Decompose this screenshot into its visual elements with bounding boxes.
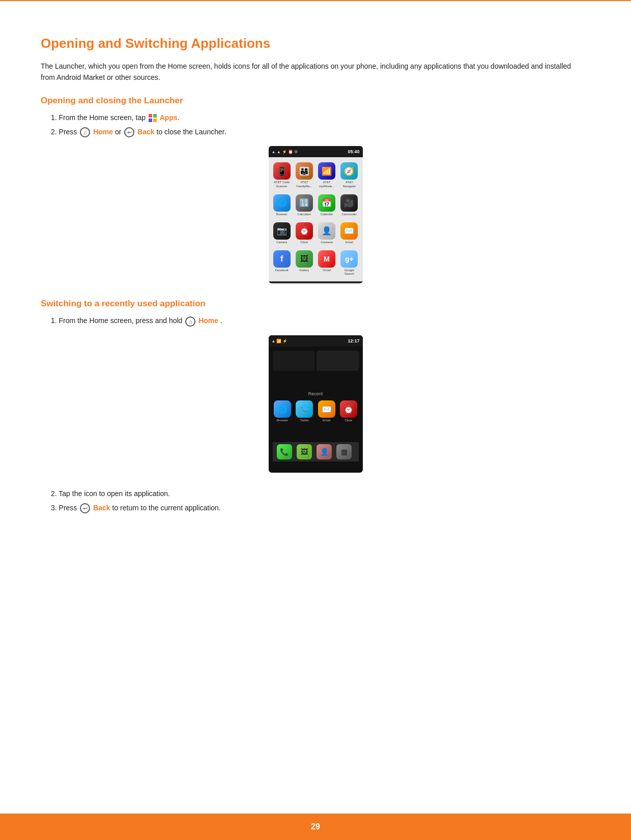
back-button-icon-2 bbox=[80, 503, 90, 513]
app-camera: 📷 Camera bbox=[272, 220, 292, 246]
dock-contacts-icon: 👤 bbox=[317, 444, 332, 459]
recent-email-icon: ✉️ bbox=[318, 400, 335, 418]
app-clock: ⏰ Clock bbox=[294, 220, 314, 246]
back-button-icon bbox=[124, 127, 134, 137]
contacts-icon: 👤 bbox=[318, 222, 335, 240]
section2-title: Switching to a recently used application bbox=[41, 299, 590, 309]
browser-icon: 🌐 bbox=[273, 194, 291, 212]
footer: 29 bbox=[0, 814, 631, 840]
page-number: 29 bbox=[311, 822, 320, 831]
app-browser: 🌐 Browser bbox=[272, 192, 292, 218]
app-calendar: 📅 Calendar bbox=[317, 192, 337, 218]
screenshot-2-container: ▲ 📶 ⚡ 12:17 Recent bbox=[41, 335, 590, 473]
bottom-dock: 📞 🖼 👤 ▦ bbox=[273, 442, 359, 461]
step-2-3: 3. Press Back to return to the current a… bbox=[51, 502, 590, 514]
app-launcher-grid: 📱 AT&T CodeScanner 👨‍👩‍👧 AT&TFamilyMa...… bbox=[269, 157, 363, 281]
top-divider bbox=[0, 0, 631, 1]
app-att-family: 👨‍👩‍👧 AT&TFamilyMa... bbox=[294, 160, 314, 190]
recent-browser: 🌐 Browser bbox=[273, 400, 293, 422]
att-code-icon: 📱 bbox=[273, 162, 291, 180]
att-family-icon: 👨‍👩‍👧 bbox=[296, 162, 313, 180]
camera-icon: 📷 bbox=[273, 222, 291, 240]
statusbar-time-1: 05:40 bbox=[348, 149, 359, 154]
app-att-my: 📶 AT&TmyWirele... bbox=[317, 160, 337, 190]
calendar-icon: 📅 bbox=[318, 194, 335, 212]
dock-gallery-icon: 🖼 bbox=[297, 444, 312, 459]
camcorder-icon: 🎥 bbox=[340, 194, 358, 212]
recent-apps-screen: Recent 🌐 Browser 🐦 bbox=[269, 346, 363, 466]
page-title: Opening and Switching Applications bbox=[41, 36, 590, 51]
email-icon: ✉️ bbox=[340, 222, 358, 240]
recent-label: Recent bbox=[273, 391, 359, 396]
att-nav-icon: 🧭 bbox=[340, 162, 358, 180]
dock-phone-icon: 📞 bbox=[277, 444, 292, 459]
app-google: g+ GoogleSearch bbox=[339, 248, 359, 278]
section1-title: Opening and closing the Launcher bbox=[41, 96, 590, 106]
statusbar-left-icons: ▲ ▲ ⚡ ⏰ ⚙ bbox=[272, 150, 298, 154]
gallery-icon: 🖼 bbox=[296, 250, 313, 268]
google-icon: g+ bbox=[340, 250, 358, 268]
app-facebook: f Facebook bbox=[272, 248, 292, 278]
dock-apps-icon: ▦ bbox=[336, 444, 352, 459]
recent-email: ✉️ Email bbox=[317, 400, 336, 422]
screenshot-1-container: ▲ ▲ ⚡ ⏰ ⚙ 05:40 📱 AT&T CodeScanner bbox=[41, 146, 590, 283]
step-2-2: 2. Tap the icon to open its application. bbox=[51, 488, 590, 500]
calculator-icon: 🔢 bbox=[296, 194, 313, 212]
recent-twitter-icon: 🐦 bbox=[296, 400, 313, 418]
bottom-dock-area: 📞 🖼 👤 ▦ bbox=[273, 442, 359, 461]
main-content: Opening and Switching Applications The L… bbox=[0, 15, 631, 557]
recent-clock: ⏰ Clock bbox=[338, 400, 358, 422]
recent-apps-grid: 🌐 Browser 🐦 Twitter ✉️ bbox=[273, 400, 359, 422]
gmail-icon: M bbox=[318, 250, 335, 268]
app-att-code: 📱 AT&T CodeScanner bbox=[272, 160, 292, 190]
bg-thumbnails bbox=[273, 351, 359, 371]
back-label: Back bbox=[137, 128, 154, 136]
att-my-icon: 📶 bbox=[318, 162, 335, 180]
apps-label: Apps bbox=[160, 113, 178, 122]
app-calculator: 🔢 Calculator bbox=[294, 192, 314, 218]
home-label-2: Home bbox=[198, 316, 218, 325]
step-1-1: 1. From the Home screen, tap Apps. bbox=[51, 112, 590, 124]
facebook-icon: f bbox=[273, 250, 291, 268]
app-camcorder: 🎥 Camcorder bbox=[339, 192, 359, 218]
app-gmail: M Gmail bbox=[317, 248, 337, 278]
phone-screen-1: ▲ ▲ ⚡ ⏰ ⚙ 05:40 📱 AT&T CodeScanner bbox=[269, 146, 363, 283]
back-label-2: Back bbox=[93, 504, 110, 512]
statusbar-time-2: 12:17 bbox=[348, 338, 359, 343]
apps-icon bbox=[149, 114, 157, 122]
home-button-icon bbox=[80, 127, 90, 137]
home-button-icon-2 bbox=[185, 316, 195, 327]
app-contacts: 👤 Contacts bbox=[317, 220, 337, 246]
statusbar-left-icons-2: ▲ 📶 ⚡ bbox=[272, 339, 288, 343]
step-2-1: 1. From the Home screen, press and hold … bbox=[51, 315, 590, 327]
step-num: 1. From the Home screen, tap bbox=[51, 113, 148, 122]
recent-browser-icon: 🌐 bbox=[274, 400, 291, 418]
clock-icon: ⏰ bbox=[296, 222, 313, 240]
app-email: ✉️ Email bbox=[339, 220, 359, 246]
phone-screen-2: ▲ 📶 ⚡ 12:17 Recent bbox=[269, 335, 363, 473]
home-label: Home bbox=[93, 128, 113, 136]
section2-wrapper: Switching to a recently used application… bbox=[41, 299, 590, 514]
recent-twitter: 🐦 Twitter bbox=[295, 400, 314, 422]
statusbar-2: ▲ 📶 ⚡ 12:17 bbox=[269, 335, 363, 346]
statusbar-1: ▲ ▲ ⚡ ⏰ ⚙ 05:40 bbox=[269, 146, 363, 157]
intro-paragraph: The Launcher, which you open from the Ho… bbox=[41, 61, 580, 83]
recent-clock-icon: ⏰ bbox=[340, 400, 357, 418]
app-att-nav: 🧭 AT&TNavigator bbox=[339, 160, 359, 190]
app-gallery: 🖼 Gallery bbox=[294, 248, 314, 278]
step-1-2: 2. Press Home or Back to close the Launc… bbox=[51, 126, 590, 138]
